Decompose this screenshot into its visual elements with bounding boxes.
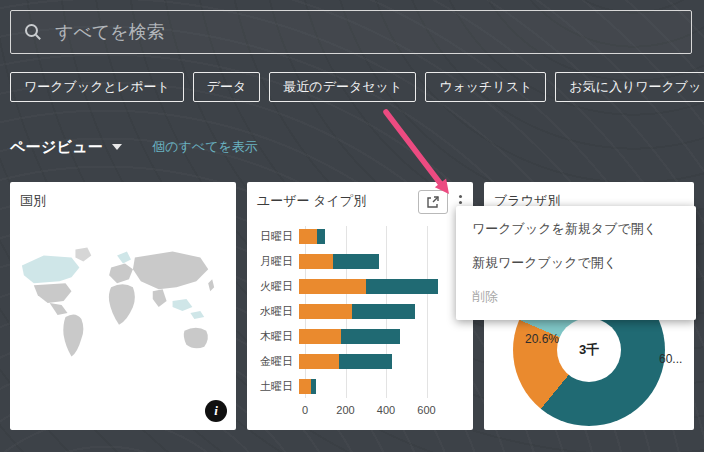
bar-segment-orange — [299, 329, 341, 344]
bar-segment-teal — [317, 229, 325, 244]
bar-row: 日曜日 — [257, 224, 463, 249]
search-icon — [24, 23, 42, 41]
x-tick-label: 600 — [417, 404, 435, 416]
card-country[interactable]: 国別 i — [10, 182, 236, 430]
bar-row: 土曜日 — [257, 374, 463, 399]
x-tick-label: 200 — [336, 404, 354, 416]
bar-track — [299, 229, 463, 244]
card-country-title: 国別 — [20, 192, 46, 210]
section-header: ページビュー 個のすべてを表示 — [10, 135, 258, 159]
chip-watchlist[interactable]: ウォッチリスト — [425, 72, 546, 102]
bar-segment-orange — [299, 279, 366, 294]
search-bar[interactable] — [10, 10, 692, 54]
bar-category-label: 木曜日 — [257, 329, 299, 344]
bar-category-label: 火曜日 — [257, 279, 299, 294]
search-input[interactable] — [53, 21, 678, 44]
context-menu: ワークブックを新規タブで開く 新規ワークブックで開く 削除 — [456, 206, 696, 320]
show-all-link[interactable]: 個のすべてを表示 — [152, 138, 258, 156]
bar-category-label: 日曜日 — [257, 229, 299, 244]
open-in-new-tab-button[interactable] — [418, 190, 448, 214]
world-map — [14, 216, 232, 402]
bar-category-label: 月曜日 — [257, 254, 299, 269]
bar-row: 木曜日 — [257, 324, 463, 349]
menu-item-open-new-workbook[interactable]: 新規ワークブックで開く — [456, 246, 696, 280]
bar-row: 月曜日 — [257, 249, 463, 274]
x-tick-label: 400 — [377, 404, 395, 416]
bar-chart: 日曜日月曜日火曜日水曜日木曜日金曜日土曜日 0200400600 — [257, 224, 463, 424]
chip-favorite-workbooks[interactable]: お気に入りワークブッ — [555, 72, 704, 102]
bar-category-label: 水曜日 — [257, 304, 299, 319]
bar-track — [299, 379, 463, 394]
chip-recent-datasets[interactable]: 最近のデータセット — [269, 72, 416, 102]
donut-hole: 3千 — [557, 318, 621, 382]
x-tick-label: 0 — [302, 404, 308, 416]
vertical-ellipsis-icon — [459, 195, 462, 198]
bar-category-label: 金曜日 — [257, 354, 299, 369]
bar-segment-orange — [299, 379, 311, 394]
card-user-type[interactable]: ユーザー タイプ別 日曜日月曜日火曜日水曜日木曜日金曜日土曜日 02004006… — [247, 182, 473, 430]
open-in-new-tab-icon — [426, 195, 440, 209]
menu-item-open-new-tab[interactable]: ワークブックを新規タブで開く — [456, 212, 696, 246]
bar-segment-orange — [299, 254, 333, 269]
bar-category-label: 土曜日 — [257, 379, 299, 394]
chip-workbooks-reports[interactable]: ワークブックとレポート — [10, 72, 184, 102]
bar-track — [299, 329, 463, 344]
world-map-image — [14, 216, 232, 402]
filter-chips-row: ワークブックとレポート データ 最近のデータセット ウォッチリスト お気に入りワ… — [10, 72, 704, 104]
bar-xaxis: 0200400600 — [305, 404, 463, 420]
section-title-dropdown[interactable]: ページビュー — [10, 138, 103, 157]
bar-rows: 日曜日月曜日火曜日水曜日木曜日金曜日土曜日 — [257, 224, 463, 400]
bar-segment-teal — [352, 304, 415, 319]
bar-track — [299, 354, 463, 369]
bar-track — [299, 304, 463, 319]
bar-segment-orange — [299, 304, 352, 319]
chip-data[interactable]: データ — [193, 72, 261, 102]
card-user-type-title: ユーザー タイプ別 — [257, 192, 366, 210]
menu-item-delete: 削除 — [456, 280, 696, 314]
donut-label-teal: 60... — [659, 352, 682, 366]
bar-segment-teal — [341, 329, 400, 344]
bar-row: 金曜日 — [257, 349, 463, 374]
donut-label-orange: 20.6% — [525, 332, 559, 346]
bar-track — [299, 254, 463, 269]
bar-segment-teal — [311, 379, 316, 394]
dashboard-screen: ワークブックとレポート データ 最近のデータセット ウォッチリスト お気に入りワ… — [0, 0, 704, 452]
bar-segment-teal — [339, 354, 392, 369]
bar-segment-orange — [299, 229, 317, 244]
bar-row: 火曜日 — [257, 274, 463, 299]
bar-segment-teal — [366, 279, 437, 294]
donut-center-value: 3千 — [579, 341, 599, 359]
bar-segment-orange — [299, 354, 339, 369]
info-icon[interactable]: i — [205, 400, 227, 422]
bar-track — [299, 279, 463, 294]
bar-segment-teal — [333, 254, 379, 269]
caret-down-icon[interactable] — [112, 144, 122, 150]
bar-row: 水曜日 — [257, 299, 463, 324]
